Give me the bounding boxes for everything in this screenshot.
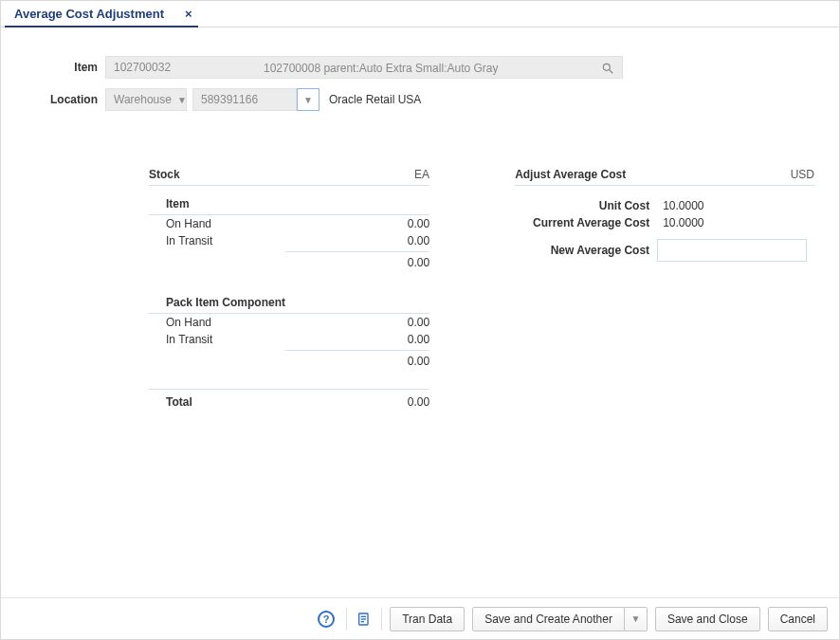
stock-header: Stock EA <box>149 168 429 186</box>
adjust-panel: Adjust Average Cost USD Unit Cost 10.000… <box>515 168 814 411</box>
svg-line-1 <box>610 70 613 74</box>
location-name: Oracle Retail USA <box>329 93 421 106</box>
stock-item-subtotal-row: 0.00 <box>285 251 429 269</box>
page: Average Cost Adjustment × Item 102700032… <box>0 0 840 640</box>
stock-item-intransit-label: In Transit <box>166 234 212 247</box>
tab-title: Average Cost Adjustment <box>14 7 164 21</box>
stock-pack-header: Pack Item Component <box>149 296 429 314</box>
location-id-value: 589391166 <box>201 93 258 106</box>
adjust-currency: USD <box>791 168 814 181</box>
adjust-header: Adjust Average Cost USD <box>515 168 814 186</box>
divider <box>381 608 382 631</box>
svg-point-0 <box>603 64 610 70</box>
current-avg-label: Current Average Cost <box>515 216 657 229</box>
current-avg-row: Current Average Cost 10.0000 <box>515 216 814 229</box>
stock-total-value: 0.00 <box>408 395 429 409</box>
stock-pack-subtotal-row: 0.00 <box>285 350 429 368</box>
stock-item-onhand-row: On Hand 0.00 <box>149 215 429 232</box>
save-and-create-another-button[interactable]: Save and Create Another <box>472 607 625 631</box>
export-icon[interactable] <box>355 610 374 629</box>
stock-pack-onhand-row: On Hand 0.00 <box>149 314 429 331</box>
save-and-create-another-dropdown[interactable]: ▼ <box>625 607 648 631</box>
tab-strip: Average Cost Adjustment × <box>1 1 839 27</box>
chevron-down-icon: ▼ <box>630 613 640 624</box>
cancel-label: Cancel <box>780 613 815 626</box>
new-avg-label: New Average Cost <box>515 244 657 257</box>
current-avg-value: 10.0000 <box>657 216 703 229</box>
stock-item-intransit-value: 0.00 <box>408 234 429 247</box>
stock-title: Stock <box>149 168 180 181</box>
item-id-value: 102700032 <box>114 61 171 74</box>
close-icon[interactable]: × <box>185 7 192 21</box>
chevron-down-icon: ▼ <box>303 95 313 105</box>
stock-total-row: Total 0.00 <box>149 389 429 411</box>
stock-pack-intransit-row: In Transit 0.00 <box>149 331 429 348</box>
content-spacer <box>26 411 814 597</box>
stock-item-onhand-label: On Hand <box>166 217 211 230</box>
stock-panel: Stock EA Item On Hand 0.00 In Transit 0.… <box>149 168 429 411</box>
stock-pack-onhand-value: 0.00 <box>408 316 429 329</box>
location-row: Location Warehouse ▼ 589391166 ▼ Oracle … <box>26 88 814 111</box>
stock-pack-subtotal-value: 0.00 <box>408 355 429 368</box>
stock-total-label: Total <box>166 395 192 409</box>
chevron-down-icon: ▼ <box>177 95 187 105</box>
cancel-button[interactable]: Cancel <box>768 607 828 631</box>
footer: ? Tran Data Save and Create Another ▼ Sa… <box>1 597 839 639</box>
unit-cost-value: 10.0000 <box>657 199 703 212</box>
location-type-select[interactable]: Warehouse ▼ <box>105 88 187 111</box>
divider <box>346 608 347 631</box>
stock-item-header: Item <box>149 197 429 215</box>
location-id-input[interactable]: 589391166 <box>192 88 297 111</box>
unit-cost-label: Unit Cost <box>515 199 657 212</box>
help-icon[interactable]: ? <box>318 611 335 628</box>
item-field-wrap: 102700032 102700008 parent:Auto Extra Sm… <box>105 56 623 79</box>
adjust-title: Adjust Average Cost <box>515 168 626 181</box>
content: Item 102700032 102700008 parent:Auto Ext… <box>1 27 839 597</box>
item-row: Item 102700032 102700008 parent:Auto Ext… <box>26 56 814 79</box>
stock-item-subtotal-value: 0.00 <box>408 256 429 269</box>
tab-average-cost-adjustment[interactable]: Average Cost Adjustment × <box>5 1 198 27</box>
location-label: Location <box>26 93 105 106</box>
stock-uom: EA <box>414 168 429 181</box>
new-avg-row: New Average Cost <box>515 239 814 262</box>
tran-data-label: Tran Data <box>402 613 452 626</box>
stock-item-onhand-value: 0.00 <box>408 217 429 230</box>
location-id-wrap: 589391166 ▼ <box>192 88 320 111</box>
unit-cost-row: Unit Cost 10.0000 <box>515 199 814 212</box>
save-create-another-group: Save and Create Another ▼ <box>472 607 648 631</box>
columns: Stock EA Item On Hand 0.00 In Transit 0.… <box>26 168 814 411</box>
item-label: Item <box>26 61 105 74</box>
save-and-close-button[interactable]: Save and Close <box>655 607 760 631</box>
help-glyph: ? <box>323 613 330 625</box>
location-lov-button[interactable]: ▼ <box>297 88 320 111</box>
stock-pack-onhand-label: On Hand <box>166 316 211 329</box>
save-and-create-another-label: Save and Create Another <box>484 613 612 626</box>
stock-pack-intransit-label: In Transit <box>166 333 212 346</box>
item-description: 102700008 parent:Auto Extra Small:Auto G… <box>264 57 498 80</box>
location-type-value: Warehouse <box>114 93 172 106</box>
search-icon[interactable] <box>601 57 614 80</box>
stock-item-intransit-row: In Transit 0.00 <box>149 232 429 249</box>
item-input[interactable]: 102700032 102700008 parent:Auto Extra Sm… <box>105 56 623 79</box>
save-and-close-label: Save and Close <box>667 613 748 626</box>
stock-pack-intransit-value: 0.00 <box>408 333 429 346</box>
new-average-cost-input[interactable] <box>657 239 807 262</box>
tran-data-button[interactable]: Tran Data <box>390 607 465 631</box>
